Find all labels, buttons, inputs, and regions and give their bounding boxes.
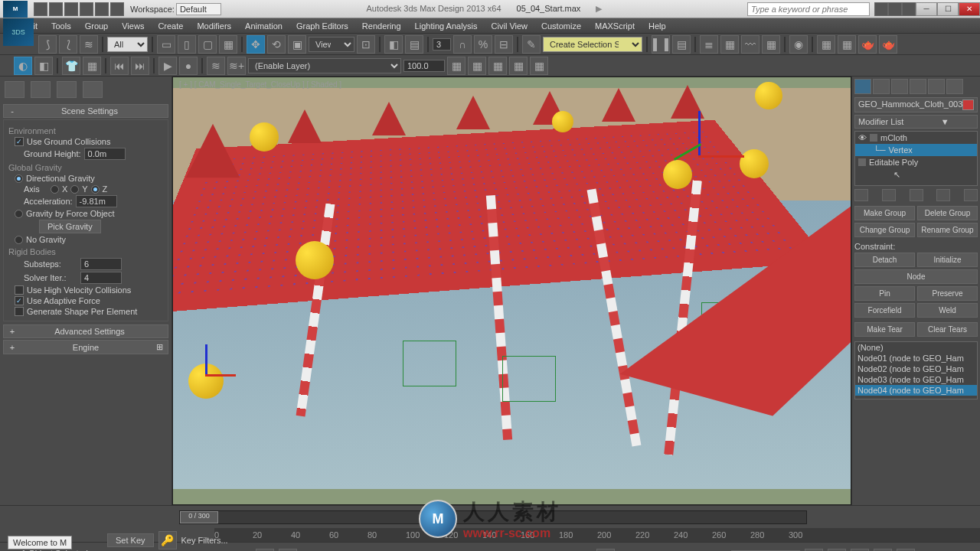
- keyboard-icon[interactable]: ▤: [405, 35, 423, 54]
- rotate-icon[interactable]: ⟲: [267, 35, 286, 54]
- minimize-button[interactable]: ─: [916, 2, 937, 16]
- panel-tab2-icon[interactable]: [31, 81, 51, 98]
- adaptive-force-checkbox[interactable]: ✓: [15, 296, 24, 305]
- node-button[interactable]: Node: [854, 269, 978, 284]
- menu-maxscript[interactable]: MAXScript: [595, 21, 635, 31]
- help-search-input[interactable]: [747, 2, 870, 16]
- selection-filter[interactable]: All: [107, 37, 148, 52]
- node-list[interactable]: (None) Node01 (node to GEO_Ham Node02 (n…: [854, 341, 978, 399]
- opt2-icon[interactable]: ▦: [468, 57, 486, 75]
- named-selection-sets[interactable]: Create Selection Se: [543, 37, 642, 52]
- move-icon[interactable]: ✥: [247, 35, 265, 54]
- curve-editor-icon[interactable]: 〰: [741, 35, 760, 54]
- no-gravity-radio[interactable]: [15, 236, 23, 244]
- prev-frame-icon[interactable]: ◀: [828, 549, 846, 552]
- delete-group-button[interactable]: Delete Group: [917, 206, 978, 220]
- goto-start-icon[interactable]: ⏮: [805, 549, 823, 552]
- select-rect-icon[interactable]: ▢: [198, 35, 217, 54]
- show-end-result-icon[interactable]: [882, 189, 896, 201]
- time-marker[interactable]: 0 / 300: [180, 511, 218, 523]
- menu-help[interactable]: Help: [648, 21, 666, 31]
- qat-open-icon[interactable]: [49, 2, 63, 16]
- menu-grapheditors[interactable]: Graph Editors: [296, 21, 348, 31]
- time-tag-icon[interactable]: 🔑: [596, 549, 615, 552]
- pin-button[interactable]: Pin: [854, 286, 915, 301]
- prev-key-icon[interactable]: ⏮: [110, 57, 129, 75]
- unlink-icon[interactable]: ⟅: [59, 35, 77, 54]
- axis-y-radio[interactable]: [70, 185, 79, 194]
- link-icon[interactable]: ⟆: [38, 35, 57, 54]
- layer-icon[interactable]: ≋: [207, 57, 225, 75]
- high-velocity-checkbox[interactable]: [15, 285, 24, 295]
- keyfilters-button[interactable]: Key Filters...: [181, 536, 228, 545]
- rendered-frame-icon[interactable]: ▦: [838, 35, 856, 54]
- menu-views[interactable]: Views: [122, 21, 144, 31]
- directional-gravity-radio[interactable]: [15, 174, 23, 183]
- scene-settings-rollout[interactable]: -Scene Settings: [3, 104, 168, 118]
- layer-value[interactable]: 100.0: [403, 60, 445, 72]
- detach-button[interactable]: Detach: [854, 253, 915, 267]
- goto-end-icon[interactable]: ⏭: [897, 549, 915, 552]
- hierarchy-tab-icon[interactable]: [891, 79, 908, 94]
- tshirt-icon[interactable]: 👕: [62, 57, 80, 75]
- object-color-swatch[interactable]: [962, 99, 974, 110]
- menu-create[interactable]: Create: [158, 21, 183, 31]
- spinner-snap-icon[interactable]: ⊟: [495, 35, 513, 54]
- info-icon[interactable]: [888, 2, 902, 16]
- modifier-list-dropdown[interactable]: Modifier List▼: [854, 115, 978, 129]
- mirror-icon[interactable]: ▌▐: [652, 35, 670, 54]
- select-icon[interactable]: ▭: [157, 35, 175, 54]
- render-iterative-icon[interactable]: 🫖: [879, 35, 897, 54]
- setkey-button[interactable]: Set Key: [107, 533, 154, 547]
- snap-percent-icon[interactable]: %: [474, 35, 492, 54]
- play-anim-icon[interactable]: ▶: [851, 549, 869, 552]
- application-menu-button[interactable]: 3DS: [3, 18, 34, 46]
- tool4-icon[interactable]: ▦: [83, 57, 101, 75]
- use-ground-checkbox[interactable]: ✓: [15, 137, 24, 146]
- preserve-button[interactable]: Preserve: [917, 286, 978, 301]
- engine-rollout[interactable]: +Engine⊞: [3, 340, 168, 354]
- pivot-icon[interactable]: ⊡: [357, 35, 375, 54]
- menu-animation[interactable]: Animation: [245, 21, 283, 31]
- menu-lighting[interactable]: Lighting Analysis: [415, 21, 478, 31]
- modify-tab-icon[interactable]: [873, 79, 890, 94]
- viewport-label[interactable]: [ + ] [ CAM_Single_Target_CloseUp ] [ Sh…: [179, 80, 341, 89]
- qat-save-icon[interactable]: [64, 2, 78, 16]
- qat-redo-icon[interactable]: [95, 2, 109, 16]
- render-setup-icon[interactable]: ▦: [817, 35, 835, 54]
- favorite-icon[interactable]: [902, 2, 916, 16]
- force-object-radio[interactable]: [15, 210, 23, 218]
- motion-tab-icon[interactable]: [910, 79, 926, 94]
- lock-selection-icon[interactable]: 🔒: [256, 549, 274, 552]
- change-group-button[interactable]: Change Group: [854, 223, 915, 237]
- qat-new-icon[interactable]: [34, 2, 47, 16]
- remove-modifier-icon[interactable]: [936, 189, 950, 201]
- menu-tools[interactable]: Tools: [51, 21, 71, 31]
- material-editor-icon[interactable]: ◉: [789, 35, 808, 54]
- play-icon[interactable]: ▶: [158, 57, 177, 75]
- opt1-icon[interactable]: ▦: [447, 57, 466, 75]
- pick-gravity-button[interactable]: Pick Gravity: [39, 220, 101, 233]
- forcefield-button[interactable]: Forcefield: [854, 303, 915, 318]
- isolate-icon[interactable]: ▦: [279, 549, 297, 552]
- panel-tab1-icon[interactable]: [5, 81, 24, 98]
- solver-spinner[interactable]: 4: [80, 272, 122, 284]
- substeps-spinner[interactable]: 6: [80, 258, 122, 270]
- opt3-icon[interactable]: ▦: [488, 57, 507, 75]
- weld-button[interactable]: Weld: [917, 303, 978, 318]
- key-icon[interactable]: 🔑: [158, 531, 177, 549]
- ribbon-icon[interactable]: ◐: [14, 57, 32, 75]
- make-group-button[interactable]: Make Group: [854, 206, 915, 220]
- snap-angle-icon[interactable]: ∩: [453, 35, 472, 54]
- menu-rendering[interactable]: Rendering: [362, 21, 401, 31]
- ref-coord-system[interactable]: View: [309, 37, 354, 52]
- render-production-icon[interactable]: 🫖: [858, 35, 877, 54]
- utilities-tab-icon[interactable]: [946, 79, 963, 94]
- rename-group-button[interactable]: Rename Group: [917, 223, 978, 237]
- time-ruler[interactable]: 0 20 40 60 80 100 120 140 160 180 200 22…: [214, 528, 980, 542]
- pin-stack-icon[interactable]: [854, 189, 868, 201]
- select-name-icon[interactable]: ▯: [178, 35, 196, 54]
- ground-height-spinner[interactable]: 0.0m: [84, 148, 126, 160]
- qat-undo-icon[interactable]: [80, 2, 93, 16]
- acceleration-spinner[interactable]: -9.81m: [76, 195, 117, 207]
